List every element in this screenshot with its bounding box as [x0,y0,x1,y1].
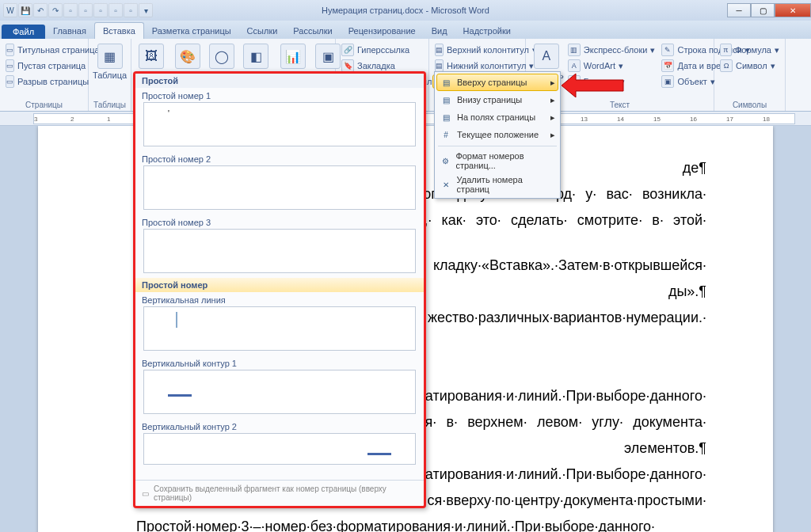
minimize-button[interactable]: ─ [727,3,751,17]
submenu-remove-numbers[interactable]: ✕Удалить номера страниц [436,173,558,196]
gallery-footer[interactable]: ▭Сохранить выделенный фрагмент как номер… [135,480,424,506]
gallery-item-label: Вертикальная линия [135,292,424,306]
window-title: Нумерация страниц.docx - Microsoft Word [322,6,489,15]
qat-icon[interactable]: ▫ [124,3,138,17]
page-current-icon: # [440,128,452,141]
tab-insert[interactable]: Вставка [94,22,144,39]
symbol-button[interactable]: ΩСимвол▾ [718,59,782,73]
tab-layout[interactable]: Разметка страницы [144,23,239,39]
close-button[interactable]: ✕ [775,3,811,17]
header-button[interactable]: ▤Верхний колонтитул▾ [432,43,522,57]
group-label: Символы [718,101,782,111]
redo-icon[interactable]: ↷ [48,3,63,17]
separator [438,146,557,146]
qat-icon[interactable]: ▫ [63,3,78,17]
maximize-button[interactable]: ▢ [751,3,775,17]
gallery-preview[interactable] [143,165,416,210]
submenu-bottom-of-page[interactable]: ▤Внизу страницы▸ [436,91,558,108]
wordart-button[interactable]: AWordArt▾ [565,59,658,73]
quick-access-toolbar: W 💾 ↶ ↷ ▫ ▫ ▫ ▫ ▫ ▾ [0,3,153,17]
format-icon: ⚙ [440,154,451,167]
ribbon-tabs: Файл Главная Вставка Разметка страницы С… [0,21,811,39]
submenu-format-numbers[interactable]: ⚙Формат номеров страниц... [436,149,558,173]
page-top-icon: ▤ [440,76,452,89]
group-label: Страницы [3,101,85,111]
save-icon[interactable]: 💾 [18,3,32,17]
qat-icon[interactable]: ▫ [78,3,93,17]
hyperlink-button[interactable]: 🔗Гиперссылка [339,43,425,57]
submenu-page-margins[interactable]: ▤На полях страницы▸ [436,108,558,126]
tab-review[interactable]: Рецензирование [341,23,424,39]
cover-page-button[interactable]: ▭Титульная страница [3,43,85,57]
gallery-preview[interactable] [143,370,416,414]
tab-references[interactable]: Ссылки [239,23,286,39]
qat-icon[interactable]: ▫ [93,3,108,17]
table-button[interactable]: ▦Таблица [92,40,128,101]
tab-mailings[interactable]: Рассылки [285,23,340,39]
equation-button[interactable]: πФормула▾ [718,43,782,57]
tab-home[interactable]: Главная [45,23,94,39]
undo-icon[interactable]: ↶ [33,3,48,17]
page-bottom-icon: ▤ [440,93,452,106]
gallery-header: Простой [135,74,424,88]
gallery-preview[interactable]: ' [143,102,416,146]
gallery-item-label: Простой номер 2 [135,151,424,165]
qat-dropdown-icon[interactable]: ▾ [139,3,153,17]
page-break-button[interactable]: ▭Разрыв страницы [3,74,85,89]
page-margin-icon: ▤ [440,111,452,124]
gallery-preview[interactable] [143,229,416,273]
quickparts-button[interactable]: ▥Экспресс-блоки▾ [565,43,658,57]
save-selection-icon: ▭ [142,489,149,498]
gallery-item-label: Вертикальный контур 1 [135,355,424,370]
gallery-preview[interactable] [143,306,416,351]
blank-page-button[interactable]: ▭Пустая страница [3,59,85,73]
annotation-arrow [562,74,625,97]
gallery-header: Простой номер [135,278,424,292]
titlebar: W 💾 ↶ ↷ ▫ ▫ ▫ ▫ ▫ ▾ Нумерация страниц.do… [0,0,811,21]
submenu-top-of-page[interactable]: ▤Вверху страницы▸ [436,74,558,91]
file-tab[interactable]: Файл [2,25,45,39]
remove-icon: ✕ [440,178,452,191]
gallery-item-label: Вертикальный контур 2 [135,419,424,433]
group-label: Таблицы [92,101,128,111]
tab-view[interactable]: Вид [424,23,455,39]
doc-line: Простой·номер·3·–·номер·без·форматирован… [105,516,706,532]
submenu-current-position[interactable]: #Текущее положение▸ [436,126,558,143]
page-number-gallery: Простой Простой номер 1 ' Простой номер … [133,71,426,508]
gallery-preview[interactable] [143,433,416,465]
tab-addins[interactable]: Надстройки [455,23,519,39]
word-icon[interactable]: W [3,3,17,17]
qat-icon[interactable]: ▫ [109,3,123,17]
page-number-submenu: ▤Вверху страницы▸ ▤Внизу страницы▸ ▤На п… [434,71,561,199]
gallery-item-label: Простой номер 1 [135,88,424,102]
gallery-item-label: Простой номер 3 [135,215,424,229]
